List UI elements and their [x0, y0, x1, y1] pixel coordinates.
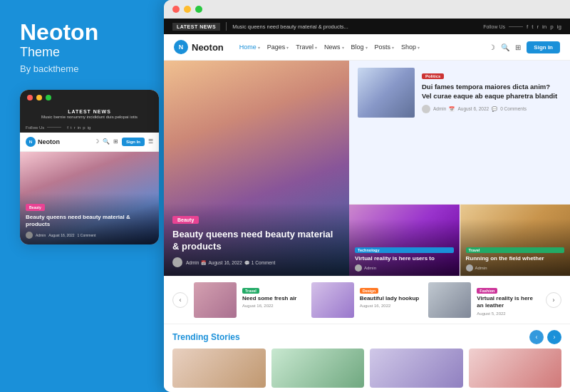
mobile-signin-btn[interactable]: Sign In	[122, 138, 145, 146]
cards-row-section: ‹ Travel Need some fresh air August 16, …	[164, 276, 570, 324]
brand-by: By backtheme	[20, 63, 150, 74]
hero-main-avatar	[172, 257, 182, 267]
linkedin-icon[interactable]: in	[542, 24, 546, 30]
dot-green	[46, 95, 51, 100]
grid-icon[interactable]: ⊞	[515, 43, 521, 51]
card-1-title: Need some fresh air	[242, 295, 296, 302]
nav-shop[interactable]: Shop ▾	[401, 43, 420, 51]
trending-prev-button[interactable]: ‹	[529, 330, 544, 344]
search-icon[interactable]: 🔍	[501, 43, 509, 51]
top-article-comments: 0 Comments	[500, 106, 527, 111]
news-chevron-icon: ▾	[342, 45, 344, 50]
trending-cards	[172, 349, 561, 388]
hamburger-icon-mobile[interactable]: ☰	[148, 138, 153, 145]
card-info-1: Travel Need some fresh air August 16, 20…	[242, 282, 296, 308]
mobile-nav-icons: ☽ 🔍 ⊞ Sign In ☰	[94, 138, 153, 146]
brand-title: Neoton	[20, 20, 150, 45]
calendar-icon-top: 📅	[449, 106, 455, 112]
trending-nav: ‹ ›	[529, 330, 561, 344]
left-panel: Neoton Theme By backtheme LATEST NEWS Mu…	[0, 0, 164, 392]
hero-main: Beauty Beauty queens need beauty materia…	[164, 61, 349, 276]
facebook-icon[interactable]: f	[527, 24, 528, 30]
browser-dot-red[interactable]	[172, 6, 180, 13]
mobile-news-text: Music bernie nonummy incididunt duis pel…	[26, 115, 153, 119]
top-article-title: Dui fames tempora maiores dicta anim? Ve…	[422, 82, 561, 101]
politics-badge: Politics	[422, 73, 444, 79]
card-3-badge: Fashion	[477, 288, 497, 294]
small-article-2-author: Admin	[475, 266, 487, 270]
hero-date: August 16, 2022	[208, 260, 242, 265]
browser-dot-yellow[interactable]	[184, 6, 191, 13]
card-item-1: Travel Need some fresh air August 16, 20…	[194, 282, 306, 318]
mobile-navbar: N Neoton ☽ 🔍 ⊞ Sign In ☰	[20, 133, 159, 152]
card-2-title: Beautiful lady hookup	[360, 295, 420, 302]
cards-list: Travel Need some fresh air August 16, 20…	[194, 282, 540, 318]
hero-top-article: Politics Dui fames tempora maiores dicta…	[349, 61, 570, 205]
nav-home[interactable]: Home ▾	[239, 43, 260, 51]
mobile-mockup: LATEST NEWS Music bernie nonummy incidid…	[20, 90, 159, 244]
instagram-icon[interactable]: ig	[557, 24, 561, 30]
travel-badge-small: Travel	[466, 247, 565, 253]
top-article-content: Politics Dui fames tempora maiores dicta…	[422, 68, 561, 113]
shop-chevron-icon: ▾	[418, 45, 420, 50]
card-2-date: August 16, 2022	[360, 304, 420, 308]
social-icons-row: f t r in p ig	[527, 24, 561, 30]
site-newsbar: LATEST NEWS Music queens need beauty mat…	[164, 19, 570, 34]
hero-main-author: Admin 📅 August 16, 2022 💬 1 Comment	[186, 260, 275, 265]
site-logo-circle: N	[174, 40, 188, 54]
trending-section: Trending Stories ‹ ›	[164, 324, 570, 392]
top-article-image	[358, 68, 415, 118]
nav-blog[interactable]: Blog ▾	[351, 43, 368, 51]
home-chevron-icon: ▾	[258, 45, 260, 50]
browser-dot-green[interactable]	[195, 6, 202, 13]
card-1-date: August 16, 2022	[242, 304, 296, 308]
rss-icon-mobile[interactable]: r	[74, 125, 76, 130]
nav-news[interactable]: News ▾	[324, 43, 344, 51]
mobile-hero-meta: Admin August 16, 2022 1 Comment	[26, 232, 153, 239]
comment-icon-top: 💬	[492, 106, 497, 112]
mobile-social-icons: f t r in p ig	[67, 125, 90, 130]
nav-pages[interactable]: Pages ▾	[267, 43, 289, 51]
brand-subtitle: Theme	[20, 45, 150, 61]
cards-next-button[interactable]: ›	[546, 292, 561, 308]
search-icon-mobile[interactable]: 🔍	[103, 138, 110, 145]
site-latest-badge: LATEST NEWS	[172, 23, 220, 31]
moon-icon[interactable]: ☽	[489, 43, 495, 51]
mobile-hero-date: August 16, 2022	[48, 233, 74, 237]
card-item-2: Design Beautiful lady hookup August 16, …	[311, 282, 423, 318]
small-article-2-meta: Admin	[466, 264, 565, 272]
twitter-icon[interactable]: t	[532, 24, 533, 30]
mobile-logo: N Neoton	[26, 137, 60, 147]
pinterest-icon-mobile[interactable]: p	[83, 125, 85, 130]
mobile-logo-text: Neoton	[38, 138, 60, 145]
trending-card-2	[271, 349, 365, 388]
card-info-2: Design Beautiful lady hookup August 16, …	[360, 282, 420, 308]
small-article-2-title: Running on the field whether	[466, 255, 565, 262]
cards-prev-button[interactable]: ‹	[172, 292, 188, 308]
grid-icon-mobile[interactable]: ⊞	[113, 138, 118, 145]
facebook-icon-mobile[interactable]: f	[67, 125, 68, 130]
mobile-hero-comments: 1 Comment	[78, 233, 96, 237]
signin-button[interactable]: Sign In	[527, 41, 560, 53]
hero-right: Politics Dui fames tempora maiores dicta…	[349, 61, 570, 276]
rss-icon[interactable]: r	[537, 24, 539, 30]
nav-posts[interactable]: Posts ▾	[375, 43, 395, 51]
linkedin-icon-mobile[interactable]: in	[78, 125, 81, 130]
site-navbar: N Neoton Home ▾ Pages ▾ Travel ▾ News ▾ …	[164, 34, 570, 61]
browser-panel: LATEST NEWS Music queens need beauty mat…	[164, 0, 570, 392]
moon-icon-mobile[interactable]: ☽	[94, 138, 99, 145]
technology-badge: Technology	[355, 247, 454, 253]
mobile-hero-title: Beauty queens need beauty material & pro…	[26, 214, 153, 229]
top-article-avatar	[422, 105, 430, 113]
instagram-icon-mobile[interactable]: ig	[88, 125, 91, 130]
pinterest-icon[interactable]: p	[550, 24, 553, 30]
hero-bottom-row: Technology Virtual reality is here users…	[349, 205, 570, 276]
site-news-text: Music queens need beauty material & prod…	[232, 24, 477, 30]
top-article-date: August 6, 2022	[457, 106, 489, 111]
twitter-icon-mobile[interactable]: t	[71, 125, 72, 130]
trending-next-button[interactable]: ›	[547, 330, 561, 344]
mobile-latest-label: LATEST NEWS	[26, 109, 153, 114]
site-logo: N Neoton	[174, 40, 224, 54]
nav-travel[interactable]: Travel ▾	[296, 43, 317, 51]
travel-chevron-icon: ▾	[315, 45, 317, 50]
